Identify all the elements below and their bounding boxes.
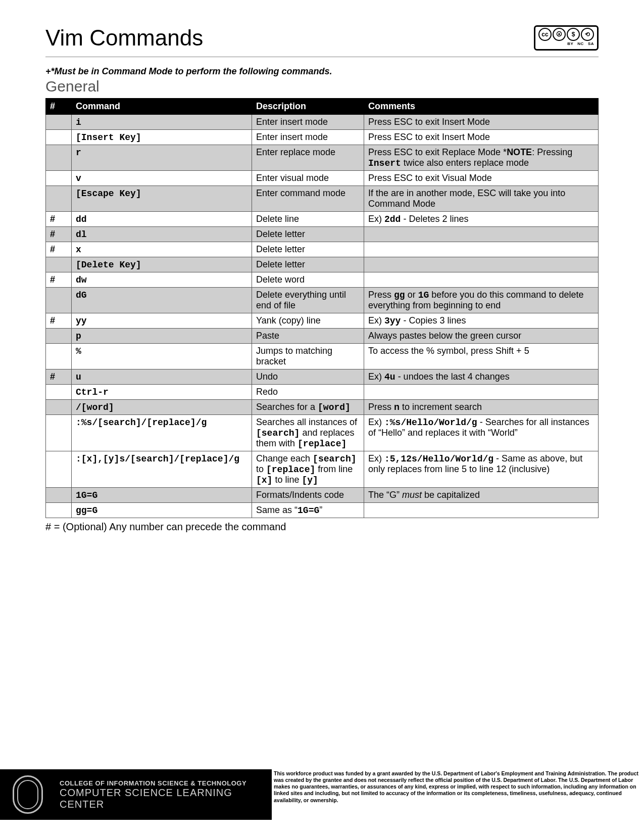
cell-num: # [46, 212, 72, 227]
cell-description: Delete letter [252, 227, 364, 242]
cell-description: Paste [252, 329, 364, 344]
cell-command: v [72, 171, 252, 186]
cell-comments: If the are in another mode, ESC will tak… [364, 186, 599, 212]
cell-num [46, 385, 72, 400]
cell-command: /[word] [72, 400, 252, 415]
cell-num: # [46, 369, 72, 385]
table-row: #dwDelete word [46, 272, 599, 288]
cell-num [46, 488, 72, 503]
page-footer: COLLEGE OF INFORMATION SCIENCE & TECHNOL… [0, 769, 644, 820]
cell-description: Enter command mode [252, 186, 364, 212]
cell-comments [364, 385, 599, 400]
cell-comments: Press ESC to exit Insert Mode [364, 115, 599, 130]
cell-description: Searches for a [word] [252, 400, 364, 415]
cell-comments: Press n to increment search [364, 400, 599, 415]
cell-command: % [72, 344, 252, 369]
cell-description: Enter insert mode [252, 130, 364, 145]
cell-comments: Press ESC to exit Visual Mode [364, 171, 599, 186]
cell-description: Delete letter [252, 242, 364, 257]
cell-comments [364, 503, 599, 518]
cell-comments: Ex) :5,12s/Hello/World/g - Same as above… [364, 451, 599, 488]
table-row: #uUndoEx) 4u - undoes the last 4 changes [46, 369, 599, 385]
cc-sa-icon: ⟲ [581, 28, 594, 41]
legend-note: # = (Optional) Any number can precede th… [45, 521, 599, 533]
col-header-num: # [46, 99, 72, 115]
table-row: #ddDelete lineEx) 2dd - Deletes 2 lines [46, 212, 599, 227]
cc-by-icon: ⦿ [553, 28, 566, 41]
table-row: rEnter replace modePress ESC to exit Rep… [46, 145, 599, 171]
cell-description: Delete everything until end of file [252, 288, 364, 313]
table-row: #dlDelete letter [46, 227, 599, 242]
page-title: Vim Commands [45, 25, 203, 51]
table-row: pPasteAlways pastes below the green curs… [46, 329, 599, 344]
cell-comments: Press ESC to exit Replace Mode *NOTE: Pr… [364, 145, 599, 171]
cell-command: u [72, 369, 252, 385]
cell-num: # [46, 227, 72, 242]
cell-description: Redo [252, 385, 364, 400]
table-row: gg=GSame as “1G=G” [46, 503, 599, 518]
cell-command: [Insert Key] [72, 130, 252, 145]
section-title: General [45, 78, 599, 95]
table-row: /[word]Searches for a [word]Press n to i… [46, 400, 599, 415]
table-row: iEnter insert modePress ESC to exit Inse… [46, 115, 599, 130]
mode-note: +*Must be in Command Mode to perform the… [45, 66, 599, 77]
cell-description: Enter replace mode [252, 145, 364, 171]
cell-num [46, 257, 72, 272]
table-row: vEnter visual modePress ESC to exit Visu… [46, 171, 599, 186]
cell-num: # [46, 272, 72, 288]
cell-comments [364, 272, 599, 288]
cell-command: dd [72, 212, 252, 227]
cell-command: x [72, 242, 252, 257]
table-row: [Escape Key]Enter command modeIf the are… [46, 186, 599, 212]
table-row: #xDelete letter [46, 242, 599, 257]
cell-command: r [72, 145, 252, 171]
cell-comments: Always pastes below the green cursor [364, 329, 599, 344]
cell-num [46, 415, 72, 451]
table-row: [Delete Key]Delete letter [46, 257, 599, 272]
cell-description: Enter insert mode [252, 115, 364, 130]
cc-nc-icon: $ [567, 28, 580, 41]
cell-description: Delete word [252, 272, 364, 288]
table-row: 1G=GFormats/Indents codeThe “G” must be … [46, 488, 599, 503]
cell-command: dl [72, 227, 252, 242]
cell-description: Same as “1G=G” [252, 503, 364, 518]
footer-disclaimer: This workforce product was funded by a g… [272, 769, 644, 820]
table-row: %Jumps to matching bracketTo access the … [46, 344, 599, 369]
col-header-description: Description [252, 99, 364, 115]
cell-command: dG [72, 288, 252, 313]
cell-command: yy [72, 313, 252, 329]
cell-command: gg=G [72, 503, 252, 518]
cell-num [46, 145, 72, 171]
col-header-comments: Comments [364, 99, 599, 115]
cell-description: Jumps to matching bracket [252, 344, 364, 369]
commands-table: # Command Description Comments iEnter in… [45, 98, 599, 518]
cell-command: dw [72, 272, 252, 288]
cell-command: 1G=G [72, 488, 252, 503]
cell-description: Change each [search] to [replace] from l… [252, 451, 364, 488]
table-row: [Insert Key]Enter insert modePress ESC t… [46, 130, 599, 145]
cell-command: [Escape Key] [72, 186, 252, 212]
cell-description: Delete line [252, 212, 364, 227]
cell-comments [364, 257, 599, 272]
cell-comments: Press ESC to exit Insert Mode [364, 130, 599, 145]
cell-comments: To access the % symbol, press Shift + 5 [364, 344, 599, 369]
cell-description: Formats/Indents code [252, 488, 364, 503]
cell-command: [Delete Key] [72, 257, 252, 272]
footer-org-line2: COMPUTER SCIENCE LEARNING CENTER [60, 787, 272, 810]
footer-logo-icon [0, 769, 56, 820]
cc-icon: cc [538, 28, 552, 41]
cell-comments: Ex) 3yy - Copies 3 lines [364, 313, 599, 329]
cell-comments [364, 242, 599, 257]
cell-comments: Ex) 4u - undoes the last 4 changes [364, 369, 599, 385]
cell-comments: The “G” must be capitalized [364, 488, 599, 503]
cell-num [46, 115, 72, 130]
cell-num: # [46, 242, 72, 257]
cell-num [46, 400, 72, 415]
cell-command: p [72, 329, 252, 344]
cc-label: SA [588, 41, 594, 46]
cell-command: Ctrl-r [72, 385, 252, 400]
header-divider [45, 57, 599, 57]
cell-num [46, 451, 72, 488]
cell-comments: Ex) 2dd - Deletes 2 lines [364, 212, 599, 227]
cell-comments [364, 227, 599, 242]
